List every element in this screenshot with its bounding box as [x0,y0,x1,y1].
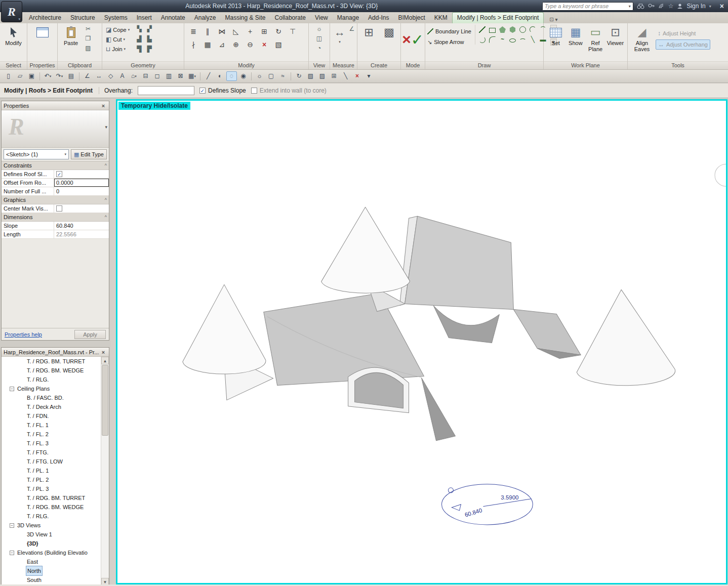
section-icon[interactable]: ⊟ [140,71,151,81]
sign-in-button[interactable]: Sign In [686,3,705,10]
roof-mass-center-top[interactable] [264,293,424,385]
project-browser-header[interactable]: Harp_Residence_Roof_Mass.rvt - Pr... × [2,348,109,357]
tag-by-category-icon[interactable]: ◇ [105,71,116,81]
create-group-button[interactable]: ▩ [380,25,398,40]
text-icon[interactable]: A [117,71,128,81]
grid-icon[interactable]: ⊞ [329,71,339,81]
finish-edit-mode-icon[interactable]: ✓ [411,25,424,54]
tree-item[interactable]: B. / FASC. BD. [2,393,101,402]
copy-icon[interactable]: ⊞ [257,25,271,38]
tree-item[interactable]: 3D View 1 [2,530,101,539]
match-type-icon[interactable]: ▧ [271,38,286,51]
reveal-hidden-icon[interactable]: ◉ [238,71,249,81]
measure-button[interactable]: ↔ ▾ [332,25,347,44]
panel-label-create[interactable]: Create [357,61,400,69]
tab-massing-site[interactable]: Massing & Site [221,13,270,23]
panel-label-mode[interactable]: Mode [401,61,425,69]
rectangle-icon[interactable] [488,25,497,34]
scale-icon[interactable]: ⊿ [215,38,229,51]
tree-item[interactable]: T. / RLG. [2,375,101,384]
tree-item[interactable]: T. / Deck Arch [2,402,101,411]
tree-item[interactable]: T. / RDG. BM. WEDGE [2,366,101,375]
property-value[interactable]: 0.0000 [54,179,109,187]
turret-cone-top[interactable] [321,207,410,293]
measure-dropdown-icon[interactable]: ▾ [339,40,341,44]
property-checkbox[interactable] [56,205,62,212]
demolish-icon[interactable]: ▟ [135,35,144,44]
walkthrough-icon[interactable]: ≈ [277,71,288,81]
property-value[interactable]: 60.840 [54,222,109,230]
properties-close-icon[interactable]: × [100,103,107,109]
fillet-arc-icon[interactable] [488,35,497,45]
unpin-icon[interactable]: ⊖ [243,38,257,51]
defines-slope-option[interactable]: Defines Slope [199,87,246,94]
view-visibility-icon[interactable]: ☼ [315,25,324,33]
property-value[interactable]: 0 [54,187,109,195]
tab-add-ins[interactable]: Add-Ins [363,13,393,23]
tree-item[interactable]: −Elevations (Building Elevatio [2,548,101,557]
communication-center-icon[interactable] [658,3,665,9]
adjust-height-option[interactable]: ↕ Adjust Height [656,29,710,38]
measure-icon[interactable]: ∠ [82,71,93,81]
panel-label-work-plane[interactable]: Work Plane [544,61,627,69]
property-value[interactable] [54,170,109,178]
extend-into-wall-checkbox[interactable] [251,88,257,94]
turret-cone-right[interactable] [577,289,675,385]
close-hidden-windows-icon[interactable]: ⊠ [175,71,186,81]
tab-analyze[interactable]: Analyze [190,13,221,23]
tree-item[interactable]: T. / RLG. [2,512,101,521]
synchronize-icon[interactable]: ↻ [294,71,304,81]
default-3d-view-dropdown-icon[interactable]: ▾ [135,71,137,81]
paste-button[interactable]: Paste [60,25,82,46]
tab-systems[interactable]: Systems [100,13,132,23]
open-file-icon[interactable]: ▱ [15,71,25,81]
print-icon[interactable]: ▤ [66,71,76,81]
panel-label-modify[interactable]: Modify [184,61,308,69]
join-dropdown-icon[interactable]: ▾ [124,47,126,51]
default-3d-view-icon[interactable]: ⌂▾ [129,71,139,81]
subscription-center-icon[interactable] [648,3,655,9]
boundary-line-button[interactable]: Boundary Line [427,27,471,36]
visibility-graphics-icon[interactable]: ◐ [215,71,225,81]
favorites-icon[interactable]: ☆ [668,3,674,9]
type-selector-arrow-icon[interactable]: ▾ [64,152,66,156]
split-element-icon[interactable]: ∤ [186,38,200,51]
application-menu-button[interactable]: R ▾ [1,1,22,22]
redo-icon[interactable]: ↷▾ [54,71,65,81]
cut-button[interactable]: ◧ Cut ▾ [104,34,131,44]
tree-item[interactable]: −3D Views [2,521,101,530]
align-eaves-button[interactable]: ◢ Align Eaves [630,25,654,52]
property-value[interactable]: 22.5566 [54,230,109,238]
worksets-icon[interactable]: ▧ [305,71,316,81]
circumscribed-polygon-icon[interactable] [508,25,517,34]
dock-splitter[interactable] [1,341,109,347]
property-checkbox[interactable] [56,171,62,177]
navigation-wheel-hint[interactable] [715,164,726,186]
panel-label-geometry[interactable]: Geometry [102,61,184,69]
save-icon[interactable]: ▣ [26,71,37,81]
extend-into-wall-option[interactable]: Extend into wall (to core) [251,87,327,94]
search-dropdown-icon[interactable]: ▾ [628,4,632,9]
preview-dropdown-icon[interactable]: ▾ [105,124,107,130]
panel-label-view[interactable]: View [309,61,330,69]
tab-architecture[interactable]: Architecture [24,13,66,23]
move-icon[interactable]: + [243,25,257,38]
tab-collaborate[interactable]: Collaborate [270,13,310,23]
cancel-edit-mode-icon[interactable]: × [402,25,411,54]
callout-icon[interactable]: ◻ [152,71,163,81]
tree-item[interactable]: T. / FL. 2 [2,430,101,439]
project-browser-close-icon[interactable]: × [100,349,107,355]
sheet-icon[interactable]: ▥ [164,71,174,81]
roof-wedge-right-top[interactable] [513,309,581,355]
tab-kkm[interactable]: KKM [430,13,452,23]
cut-to-clipboard-icon[interactable]: ✂ [84,25,93,33]
panel-label-measure[interactable]: Measure [330,61,357,69]
tree-item[interactable]: South [2,575,101,584]
undo-dropdown-icon[interactable]: ▾ [50,71,52,81]
tree-item[interactable]: T. / FDN. [2,411,101,421]
join-button[interactable]: ⊔ Join ▾ [104,44,131,54]
mirror-draw-axis-icon[interactable]: ◺ [229,25,243,38]
collapse-icon[interactable]: − [10,523,14,528]
section-header-graphics[interactable]: Graphics^ [2,196,109,204]
ellipse-icon[interactable] [508,35,517,45]
